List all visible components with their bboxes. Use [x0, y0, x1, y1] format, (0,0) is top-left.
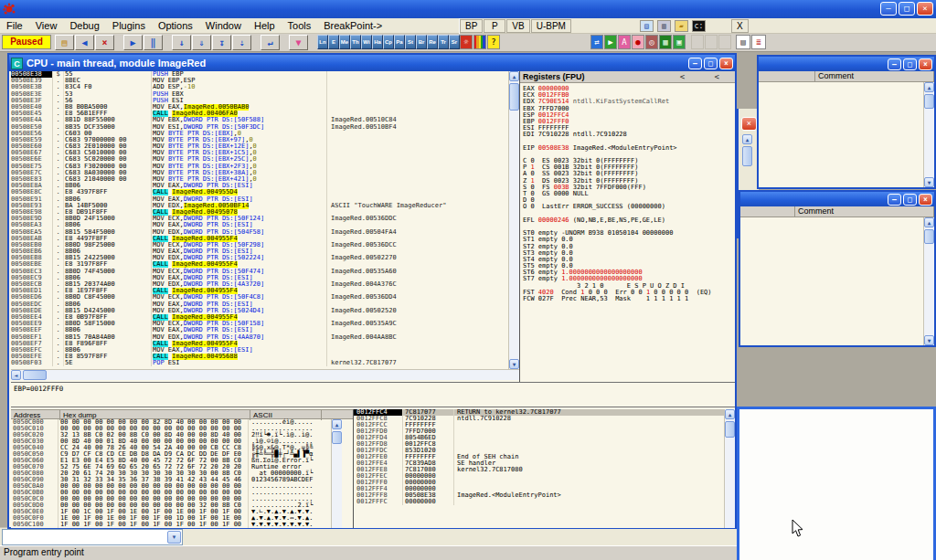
disasm-row[interactable]: 00508E3F.56PUSH ESI [11, 98, 518, 104]
close-icon[interactable]: × [741, 117, 757, 131]
disasm-row[interactable]: 00508ECB.8B15 20374A00MOV EDX,DWORD PTR … [11, 281, 518, 288]
band-button-vb[interactable]: VB [506, 19, 529, 33]
spiral-icon[interactable]: ◎ [645, 35, 658, 49]
help-icon[interactable]: ? [487, 35, 500, 49]
trace-over-button[interactable]: ⇣ [232, 35, 251, 50]
menu-plugins[interactable]: Plugins [106, 19, 152, 32]
disasm-row[interactable]: 00508EB8.8B15 24225000MOV EDX,DWORD PTR … [11, 255, 518, 261]
folder-icon[interactable]: ▰ [675, 20, 688, 32]
disasm-row[interactable]: 00508EDC.8B06MOV EAX,DWORD PTR DS:[ESI] [11, 301, 518, 308]
scrollbar-thumb[interactable] [742, 146, 752, 166]
disasm-row[interactable]: 00508E98.E8 DB91F8FFCALL ImageRed.004950… [11, 209, 518, 216]
register-line[interactable]: FCW 027F Prec NEAR,53 Mask 1 1 1 1 1 1 [523, 296, 735, 302]
disasm-row[interactable]: 00508E4A.8B1D 88F55000MOV EBX,DWORD PTR … [11, 117, 518, 123]
menu-tools[interactable]: Tools [282, 19, 318, 32]
menu-debug[interactable]: Debug [63, 19, 105, 32]
disasm-row[interactable]: 00508ED1.E8 1E97F8FFCALL ImageRed.004955… [11, 288, 518, 294]
disassembly-pane[interactable]: 00508E38$55PUSH EBP00508E39.8BECMOV EBP,… [11, 71, 519, 369]
register-line[interactable]: EDI 7C910228 ntdll.7C910228 [523, 132, 735, 138]
step-over-button[interactable]: ⇓ [192, 35, 211, 50]
registers-pane[interactable]: Registers (FPU) < < EAX 00000000ECX 0012… [519, 71, 735, 382]
notepad-icon[interactable]: ▤ [640, 20, 654, 32]
info-pane[interactable]: EBP=0012FFF0 [11, 382, 735, 407]
go-to-address-button[interactable]: ▼ [289, 35, 308, 50]
disasm-row[interactable]: 00508E7C.C683 8A030000 00MOV BYTE PTR DS… [11, 170, 518, 176]
disasm-row[interactable]: 00508ED6.8B0D C8F45000MOV ECX,DWORD PTR … [11, 294, 518, 301]
close-button[interactable]: × [719, 58, 733, 69]
book-icon[interactable]: ▥ [657, 20, 671, 32]
registers-nav-buttons[interactable]: < < [667, 72, 732, 81]
band-close-button[interactable]: X [731, 19, 749, 33]
comment-column-header[interactable]: Comment [815, 71, 934, 82]
maximize-button[interactable]: □ [903, 194, 917, 206]
menu-window[interactable]: Window [199, 19, 248, 32]
tab-button-ln[interactable]: Ln [317, 35, 328, 49]
disasm-row[interactable]: 00508EDE.8B15 D4245000MOV EDX,DWORD PTR … [11, 308, 518, 314]
restart-button[interactable]: ◀ [75, 35, 94, 50]
disasm-row[interactable]: 00508E60.C683 2E010000 00MOV BYTE PTR DS… [11, 143, 518, 150]
band-button-bp[interactable]: BP [460, 19, 483, 33]
band-button-u-bpm[interactable]: U-BPM [531, 19, 571, 33]
open-file-button[interactable]: ▤ [55, 35, 74, 50]
disasm-row[interactable]: 00508E3B.83C4 F0ADD ESP,-10 [11, 84, 518, 90]
band-button-p[interactable]: P [484, 19, 505, 33]
close-button[interactable]: × [917, 2, 933, 16]
run-button[interactable]: ▶ [123, 35, 143, 50]
menu-file[interactable]: File [0, 19, 29, 32]
tab-button-re[interactable]: Re [427, 35, 438, 49]
disasm-row[interactable]: 00508E39.8BECMOV EBP,ESP [11, 78, 518, 84]
tab-button-cp[interactable]: Cp [383, 35, 394, 49]
grid-icon[interactable]: ▦ [659, 35, 672, 49]
disasm-row[interactable]: 00508EAB.E8 4497F8FFCALL ImageRed.004955… [11, 236, 518, 242]
tab-button-ha[interactable]: Ha [372, 35, 383, 49]
doc-icon[interactable]: ▤ [736, 35, 750, 49]
scroll-up-icon[interactable]: ▲ [742, 134, 752, 144]
minimize-button[interactable]: – [888, 58, 901, 70]
disasm-row[interactable]: 00508EC9.8B06MOV EAX,DWORD PTR DS:[ESI] [11, 275, 518, 281]
winA-titlebar[interactable]: – □ × [759, 57, 934, 71]
disasm-row[interactable]: 00508E93.BA 14BF5000MOV EDX,ImageRed.005… [11, 203, 518, 209]
disasm-row[interactable]: 00508EE4.E8 0B97F8FFCALL ImageRed.004955… [11, 314, 518, 321]
disasm-row[interactable]: 00508E3E.53PUSH EBX [11, 91, 518, 98]
comment-column-header[interactable]: Comment [795, 206, 934, 217]
winC-titlebar[interactable]: – □ × [740, 192, 934, 206]
dump-scrollbar[interactable]: ▲ [331, 419, 342, 528]
tab-button-st[interactable]: St [405, 35, 416, 49]
disasm-row[interactable]: 00508EF7.E8 F896F8FFCALL ImageRed.004955… [11, 341, 518, 347]
tab-button-e[interactable]: E [328, 35, 339, 49]
stack-scrollbar[interactable]: ▲ [724, 409, 735, 528]
disasm-row[interactable]: 00508E83.C683 21040000 00MOV BYTE PTR DS… [11, 176, 518, 183]
step-into-button[interactable]: ↓ [172, 35, 191, 50]
maximize-button[interactable]: □ [704, 58, 718, 69]
column-header[interactable] [740, 206, 795, 217]
disasm-row[interactable]: 00508E8C.E8 4397F8FFCALL ImageRed.004955… [11, 189, 518, 195]
disasm-row[interactable]: 00508E6E.C683 5C020000 00MOV BYTE PTR DS… [11, 156, 518, 163]
trace-into-button[interactable]: ↧ [212, 35, 231, 50]
disasm-scrollbar[interactable]: ▲ ▼ [508, 71, 519, 369]
disasm-row[interactable]: 00508EFE.E8 8597F8FFCALL ImageRed.004956… [11, 354, 518, 360]
disasm-row[interactable]: 00508E8A.8B06MOV EAX,DWORD PTR DS:[ESI] [11, 183, 518, 189]
green-run-icon[interactable]: ▶ [604, 35, 617, 49]
record-dot-icon[interactable]: ● [632, 35, 644, 49]
analyze-a-icon[interactable]: A [618, 35, 631, 49]
stack-row[interactable]: 0012FFFC00000000 [354, 499, 735, 505]
minimize-button[interactable]: – [688, 58, 702, 69]
tab-button-pa[interactable]: Pa [394, 35, 405, 49]
disasm-row[interactable]: 00508EBE.E8 3197F8FFCALL ImageRed.004955… [11, 261, 518, 268]
tab-button-br[interactable]: Br [416, 35, 427, 49]
disasm-hscrollbar[interactable]: ◄ [11, 369, 519, 380]
disasm-row[interactable]: 00508EFC.8B06MOV EAX,DWORD PTR DS:[ESI] [11, 347, 518, 354]
disasm-row[interactable]: 00508E9D.8B0D 24F15000MOV ECX,DWORD PTR … [11, 216, 518, 222]
close-program-button[interactable]: × [95, 35, 114, 50]
disasm-row[interactable]: 00508E75.C683 F3020000 00MOV BYTE PTR DS… [11, 164, 518, 170]
disasm-row[interactable]: 00508EEF.8B06MOV EAX,DWORD PTR DS:[ESI] [11, 327, 518, 333]
maximize-button[interactable]: □ [903, 58, 917, 70]
command-combobox[interactable]: ▼ [2, 529, 183, 545]
winA-scrollbar[interactable]: ▲ ▼ [923, 82, 934, 187]
disasm-row[interactable]: 00508E59.C683 97000000 00MOV BYTE PTR DS… [11, 137, 518, 143]
menu-options[interactable]: Options [152, 19, 199, 32]
disasm-row[interactable]: 00508EB6.8B06MOV EAX,DWORD PTR DS:[ESI] [11, 248, 518, 255]
disasm-row[interactable]: 00508EA5.8B15 584F5000MOV EDX,DWORD PTR … [11, 229, 518, 236]
swap-arrows-icon[interactable]: ⇄ [590, 35, 603, 49]
disasm-row[interactable]: 00508E45.E8 56B1EFFFCALL ImageRed.00406F… [11, 111, 518, 117]
